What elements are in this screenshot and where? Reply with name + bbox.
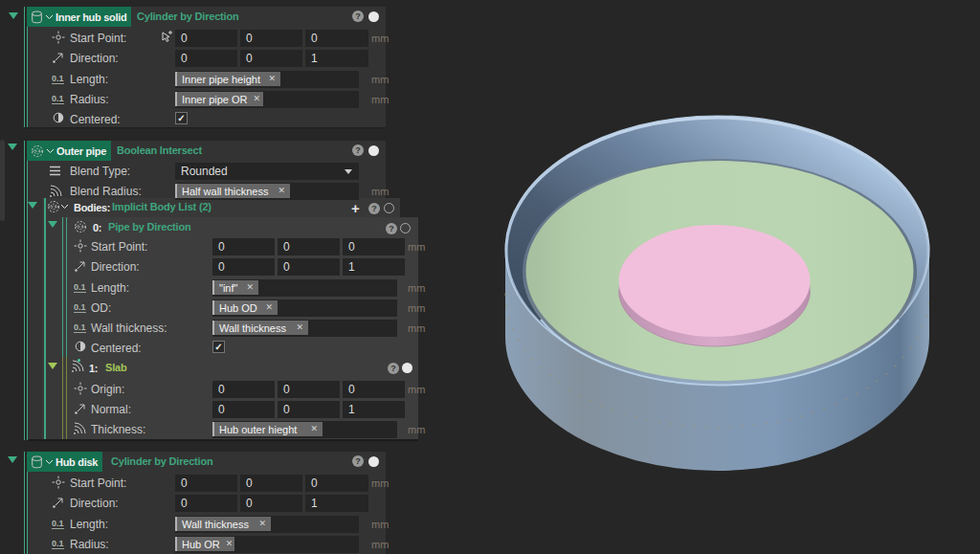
- outer-pipe-type: Boolean Intersect: [117, 141, 202, 161]
- direction-y[interactable]: 0: [240, 495, 302, 512]
- number-icon: 0.1: [74, 323, 86, 333]
- inner-hub-header[interactable]: Inner hub solid: [27, 7, 131, 27]
- direction-y[interactable]: 0: [278, 258, 340, 276]
- normal-z[interactable]: 1: [343, 401, 405, 418]
- chip-remove-icon[interactable]: ✕: [268, 72, 276, 86]
- pick-point-icon[interactable]: [161, 31, 172, 44]
- chip-label: Inner pipe OR: [182, 94, 247, 105]
- centered-checkbox[interactable]: ✓: [212, 341, 225, 353]
- chip-remove-icon[interactable]: ✕: [296, 321, 303, 335]
- blend-radius-chip[interactable]: Half wall thickness✕: [175, 184, 290, 198]
- scrollbar-thumb[interactable]: [0, 140, 5, 221]
- body1-index: 1:: [89, 360, 98, 377]
- app-canvas: Inner hub solid Cylinder by Direction ? …: [0, 0, 980, 554]
- radius-chip[interactable]: Inner pipe OR✕: [175, 92, 263, 106]
- od-chip[interactable]: Hub OD✕: [212, 300, 278, 315]
- wall-thickness-chip[interactable]: Wall thickness✕: [212, 321, 308, 335]
- length-chip[interactable]: "inf"✕: [212, 280, 258, 295]
- direction-x[interactable]: 0: [212, 258, 275, 276]
- bodies-label: Bodies:: [74, 199, 110, 216]
- centered-label: Centered:: [91, 340, 142, 357]
- direction-z[interactable]: 1: [305, 495, 368, 512]
- visibility-icon[interactable]: [368, 145, 379, 156]
- body0-index: 0:: [93, 219, 101, 236]
- unit-label: mm: [408, 381, 425, 398]
- direction-x[interactable]: 0: [175, 50, 237, 67]
- chevron-down-icon[interactable]: [60, 204, 69, 210]
- start-point-x[interactable]: 0: [212, 238, 275, 255]
- chip-remove-icon[interactable]: ✕: [226, 537, 234, 551]
- visibility-off-icon[interactable]: [400, 223, 411, 233]
- start-point-y[interactable]: 0: [240, 30, 302, 47]
- collapse-arrow-body0[interactable]: [48, 221, 57, 228]
- direction-z[interactable]: 1: [343, 258, 405, 276]
- chevron-down-icon[interactable]: [45, 459, 54, 465]
- unit-label: mm: [371, 91, 389, 108]
- length-chip[interactable]: Wall thickness✕: [175, 517, 271, 531]
- centered-checkbox[interactable]: ✓: [175, 112, 188, 124]
- start-point-z[interactable]: 0: [343, 238, 405, 255]
- visibility-icon[interactable]: [402, 363, 412, 373]
- chip-remove-icon[interactable]: ✕: [246, 280, 254, 295]
- chip-label: Inner pipe height: [182, 74, 260, 85]
- thickness-chip[interactable]: Hub outer hieght✕: [212, 422, 323, 436]
- panel2-accent-line: [24, 141, 25, 440]
- visibility-off-icon[interactable]: [384, 203, 394, 213]
- radius-chip[interactable]: Hub OR✕: [175, 537, 234, 551]
- length-chip[interactable]: Inner pipe height✕: [175, 72, 280, 86]
- body1-type: Slab: [105, 358, 126, 378]
- outer-pipe-title: Outer pipe: [56, 145, 106, 157]
- normal-y[interactable]: 0: [278, 401, 340, 418]
- outer-pipe-header[interactable]: Outer pipe: [27, 141, 111, 161]
- chip-label: "inf": [219, 282, 237, 294]
- normal-x[interactable]: 0: [212, 401, 275, 418]
- model-hub-disk[interactable]: [619, 225, 811, 346]
- chip-remove-icon[interactable]: ✕: [265, 300, 273, 315]
- inner-hub-type: Cylinder by Direction: [137, 7, 238, 27]
- blend-type-dropdown[interactable]: Rounded: [175, 163, 359, 180]
- origin-x[interactable]: 0: [212, 381, 275, 398]
- help-icon[interactable]: ?: [352, 144, 364, 156]
- visibility-icon[interactable]: [368, 456, 379, 467]
- centered-icon: [75, 341, 86, 352]
- direction-y[interactable]: 0: [240, 50, 302, 67]
- collapse-arrow-outer-pipe[interactable]: [8, 144, 17, 150]
- help-icon[interactable]: ?: [352, 455, 364, 467]
- start-point-z[interactable]: 0: [305, 30, 368, 47]
- start-point-z[interactable]: 0: [305, 475, 368, 492]
- origin-y[interactable]: 0: [278, 381, 340, 398]
- length-label: Length:: [91, 279, 129, 297]
- start-point-y[interactable]: 0: [240, 475, 302, 492]
- unit-label: mm: [408, 238, 425, 255]
- add-body-icon[interactable]: +: [351, 202, 360, 214]
- chip-label: Hub OR: [182, 539, 220, 550]
- chip-label: Wall thickness: [182, 519, 249, 530]
- collapse-arrow-hub-disk[interactable]: [8, 456, 17, 463]
- help-icon[interactable]: ?: [386, 223, 397, 234]
- hub-disk-header[interactable]: Hub disk: [27, 452, 102, 472]
- unit-label: mm: [408, 421, 425, 438]
- point-icon: [74, 239, 87, 253]
- chip-remove-icon[interactable]: ✕: [253, 92, 260, 106]
- help-icon[interactable]: ?: [388, 363, 399, 374]
- chevron-down-icon[interactable]: [46, 148, 55, 154]
- start-point-y[interactable]: 0: [278, 238, 340, 255]
- help-icon[interactable]: ?: [368, 203, 380, 214]
- chevron-down-icon[interactable]: [45, 14, 54, 20]
- collapse-arrow-body1[interactable]: [48, 363, 57, 369]
- start-point-x[interactable]: 0: [175, 475, 237, 492]
- body0-accent-line: [62, 217, 63, 357]
- chip-label: Wall thickness: [219, 322, 286, 334]
- collapse-arrow-bodies[interactable]: [28, 202, 37, 209]
- chip-remove-icon[interactable]: ✕: [278, 184, 285, 198]
- start-point-x[interactable]: 0: [175, 30, 237, 47]
- direction-z[interactable]: 1: [305, 50, 368, 67]
- body0-accent-line2: [66, 217, 67, 357]
- chip-remove-icon[interactable]: ✕: [258, 517, 266, 531]
- visibility-icon[interactable]: [368, 11, 379, 22]
- help-icon[interactable]: ?: [352, 11, 364, 22]
- collapse-arrow-inner-hub[interactable]: [9, 12, 18, 19]
- chip-remove-icon[interactable]: ✕: [310, 422, 318, 436]
- direction-x[interactable]: 0: [175, 495, 237, 512]
- origin-z[interactable]: 0: [343, 381, 405, 398]
